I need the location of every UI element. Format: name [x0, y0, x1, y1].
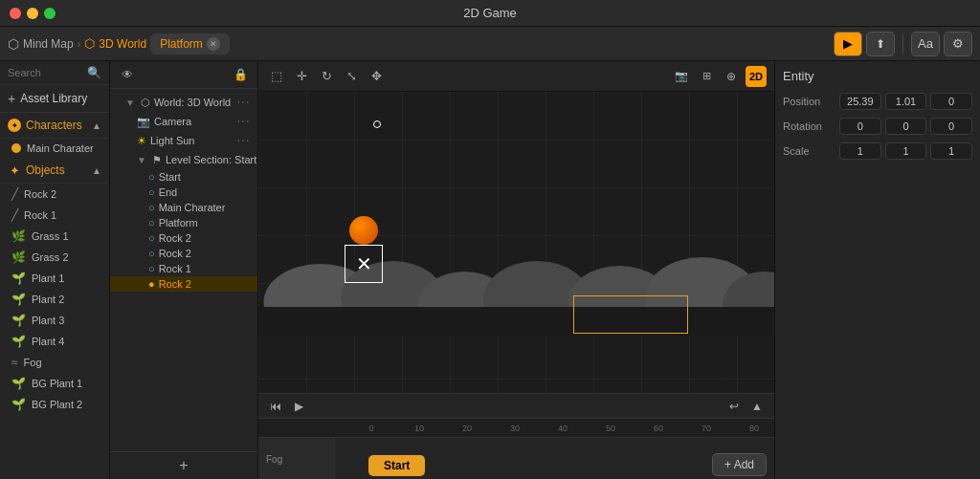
tree-world[interactable]: ▼ ⬡ World: 3D World ⋯: [110, 93, 257, 112]
scale-x-field[interactable]: 1: [839, 142, 881, 160]
rock1-circle-icon: ○: [148, 263, 155, 274]
tab-platform[interactable]: Platform ✕: [150, 33, 230, 54]
grass2-item[interactable]: 🌿 Grass 2: [0, 247, 109, 268]
breadcrumb-mind-map[interactable]: Mind Map: [23, 37, 74, 51]
right-panel: Entity Position 25.39 1.01 0 Rotation 0 …: [774, 61, 980, 479]
select-icon: ⬚: [271, 69, 282, 83]
timeline-collapse-button[interactable]: ▲: [747, 397, 767, 416]
rotation-row: Rotation 0 0 0: [783, 118, 972, 135]
start-button[interactable]: Start: [368, 455, 425, 476]
timeline-play-button[interactable]: ▶: [289, 397, 308, 416]
settings-button[interactable]: ⚙: [944, 32, 972, 56]
globe-button[interactable]: ⊕: [721, 66, 742, 87]
rotate-tool-button[interactable]: ↻: [316, 66, 337, 87]
2d-view-button[interactable]: 2D: [746, 66, 767, 87]
tree-rock1[interactable]: ○ Rock 1: [110, 261, 257, 276]
mind-map-icon: ⬡: [8, 36, 19, 52]
tree-more-icon: ⋯: [236, 95, 250, 110]
free-tool-button[interactable]: ✥: [366, 66, 387, 87]
selection-cross-icon: ✕: [356, 252, 372, 275]
plant1-label: Plant 1: [32, 272, 64, 284]
fog-track-label: Fog: [266, 454, 326, 465]
share-button[interactable]: ⬆: [866, 32, 895, 56]
scale-label: Scale: [783, 145, 835, 157]
ruler-tick-40: 40: [539, 424, 587, 433]
tree-rock2c-label: Rock 2: [159, 278, 191, 290]
rotation-y-field[interactable]: 0: [885, 118, 927, 135]
rotation-z-field[interactable]: 0: [930, 118, 972, 135]
tree-platform[interactable]: ○ Platform: [110, 215, 257, 230]
grid-button[interactable]: ⊞: [696, 66, 717, 87]
position-z-field[interactable]: 0: [930, 93, 972, 110]
2d-label: 2D: [749, 71, 763, 82]
tab-close-button[interactable]: ✕: [207, 37, 220, 51]
scale-y-field[interactable]: 1: [885, 142, 927, 160]
maximize-button[interactable]: [44, 8, 56, 19]
tree-camera[interactable]: 📷 Camera ⋯: [110, 112, 257, 131]
lock-button[interactable]: 🔒: [231, 65, 250, 84]
scene-tree-panel: 👁 🔒 ▼ ⬡ World: 3D World ⋯ 📷 Camera ⋯ ☀ L…: [110, 61, 258, 479]
tree-rock1-label: Rock 1: [159, 263, 191, 274]
tree-lightsun-more-icon: ⋯: [236, 133, 250, 148]
position-x-field[interactable]: 25.39: [839, 93, 881, 110]
camera-view-icon: 📷: [675, 70, 688, 82]
bg-plant2-item[interactable]: 🌱 BG Plant 2: [0, 394, 109, 415]
main-char-circle-icon: ○: [148, 202, 155, 213]
plant2-item[interactable]: 🌱 Plant 2: [0, 289, 109, 310]
position-y-field[interactable]: 1.01: [885, 93, 927, 110]
tree-collapse-icon: ▼: [125, 98, 135, 108]
main-character-item[interactable]: Main Charater: [0, 139, 109, 158]
tree-platform-label: Platform: [159, 217, 198, 229]
visibility-button[interactable]: 👁: [118, 65, 137, 84]
search-input[interactable]: [8, 67, 83, 78]
camera-view-button[interactable]: 📷: [671, 66, 692, 87]
tree-light-sun[interactable]: ☀ Light Sun ⋯: [110, 131, 257, 150]
sun-icon: ☀: [137, 135, 146, 147]
grid-icon: ⊞: [702, 70, 711, 82]
font-button[interactable]: Aa: [911, 32, 940, 56]
tree-level-section[interactable]: ▼ ⚑ Level Section: Start ⋯: [110, 150, 257, 169]
timeline-undo-button[interactable]: ↩: [724, 397, 744, 416]
tree-start[interactable]: ○ Start: [110, 169, 257, 185]
select-tool-button[interactable]: ⬚: [266, 66, 287, 87]
rock2-item[interactable]: ╱ Rock 2: [0, 184, 109, 205]
grass1-label: Grass 1: [32, 230, 69, 242]
characters-section-header[interactable]: ✦ Characters ▲: [0, 113, 109, 139]
minimize-button[interactable]: [27, 8, 38, 19]
globe-icon: ⊕: [726, 70, 736, 83]
plant4-item[interactable]: 🌱 Plant 4: [0, 331, 109, 352]
close-button[interactable]: [10, 8, 21, 19]
tree-rock2c[interactable]: ● Rock 2: [110, 276, 257, 292]
play-button[interactable]: ▶: [834, 32, 862, 56]
scale-tool-button[interactable]: ⤡: [341, 66, 362, 87]
share-icon: ⬆: [876, 37, 885, 51]
bg-plant2-icon: 🌱: [11, 398, 26, 411]
rock1-item[interactable]: ╱ Rock 1: [0, 205, 109, 226]
fog-item[interactable]: ≈ Fog: [0, 352, 109, 373]
move-tool-button[interactable]: ✛: [291, 66, 312, 87]
plant1-item[interactable]: 🌱 Plant 1: [0, 268, 109, 289]
asset-library-button[interactable]: + Asset Library: [0, 85, 109, 113]
breadcrumb-3d-world[interactable]: 3D World: [99, 37, 146, 51]
canvas-area[interactable]: ✕: [258, 92, 774, 393]
scale-z-field[interactable]: 1: [930, 142, 972, 160]
objects-section-header[interactable]: ✦ Objects ▲: [0, 158, 109, 184]
characters-label: Characters: [26, 119, 82, 132]
bg-plant1-item[interactable]: 🌱 BG Plant 1: [0, 373, 109, 394]
tree-main-char[interactable]: ○ Main Charater: [110, 200, 257, 215]
world-icon: ⬡: [141, 97, 150, 109]
collapse-icon: ▲: [751, 400, 763, 413]
tree-rock2a[interactable]: ○ Rock 2: [110, 230, 257, 246]
timeline-prev-button[interactable]: ⏮: [266, 397, 285, 416]
plant3-item[interactable]: 🌱 Plant 3: [0, 310, 109, 331]
left-panel: 🔍 + Asset Library ✦ Characters ▲ Main Ch…: [0, 61, 110, 479]
scene-add-button[interactable]: +: [110, 451, 257, 479]
search-bar: 🔍: [0, 61, 109, 85]
tree-end[interactable]: ○ End: [110, 185, 257, 200]
tree-start-label: Start: [159, 171, 181, 183]
add-button[interactable]: + Add: [712, 453, 767, 476]
tree-rock2b[interactable]: ○ Rock 2: [110, 246, 257, 261]
character-icon: ✦: [8, 119, 21, 132]
rotation-x-field[interactable]: 0: [839, 118, 881, 135]
grass1-item[interactable]: 🌿 Grass 1: [0, 226, 109, 247]
